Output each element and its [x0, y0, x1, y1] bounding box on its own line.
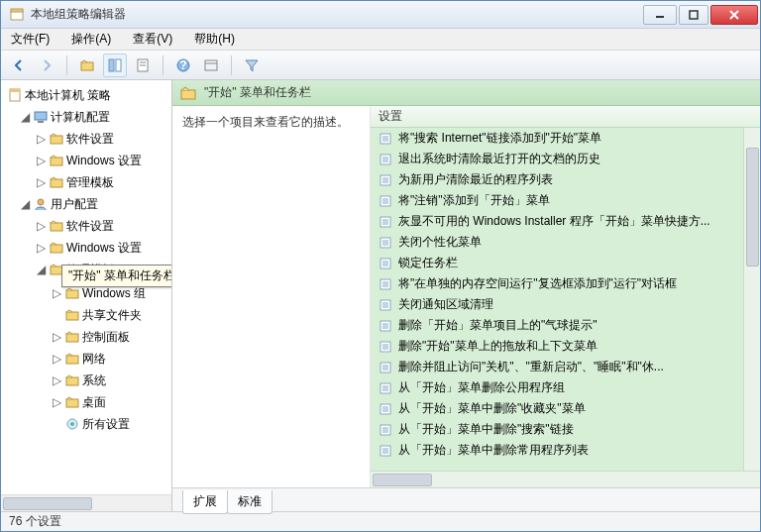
- settings-row[interactable]: 删除「开始」菜单项目上的"气球提示": [371, 315, 760, 336]
- expand-icon[interactable]: ▷: [35, 238, 47, 258]
- folder-icon: [64, 329, 80, 345]
- settings-row[interactable]: 从「开始」菜单删除公用程序组: [371, 377, 760, 398]
- collapse-icon[interactable]: ◢: [19, 107, 31, 127]
- svg-rect-30: [66, 399, 78, 407]
- settings-row[interactable]: 将"注销"添加到「开始」菜单: [371, 190, 760, 211]
- minimize-button[interactable]: [643, 5, 677, 25]
- policy-icon: [379, 173, 392, 187]
- scrollbar-thumb[interactable]: [373, 474, 432, 486]
- settings-row[interactable]: 从「开始」菜单中删除常用程序列表: [371, 440, 760, 461]
- policy-icon: [379, 215, 392, 229]
- tree-system[interactable]: ▷ 系统: [49, 370, 171, 391]
- expand-icon[interactable]: ▷: [51, 371, 62, 390]
- policy-icon: [379, 153, 392, 166]
- settings-row[interactable]: 关闭个性化菜单: [371, 232, 760, 253]
- expand-icon[interactable]: ▷: [35, 172, 47, 192]
- tree-windows-settings[interactable]: ▷ Windows 设置: [33, 237, 171, 259]
- help-button[interactable]: ?: [171, 53, 195, 77]
- svg-rect-1: [11, 9, 23, 12]
- expand-icon[interactable]: ▷: [35, 216, 47, 236]
- svg-rect-19: [51, 158, 62, 165]
- tree-software[interactable]: ▷ 软件设置: [33, 128, 171, 150]
- scrollbar-thumb[interactable]: [3, 497, 92, 510]
- tree-control-panel[interactable]: ▷ 控制面板: [49, 326, 171, 348]
- description-panel: 选择一个项目来查看它的描述。: [172, 106, 371, 487]
- expand-icon[interactable]: ▷: [51, 349, 62, 369]
- settings-row-label: 从「开始」菜单中删除常用程序列表: [398, 442, 589, 459]
- document-icon: [7, 87, 23, 103]
- settings-row[interactable]: 删除"开始"菜单上的拖放和上下文菜单: [371, 336, 760, 357]
- settings-row[interactable]: 从「开始」菜单中删除"收藏夹"菜单: [371, 398, 760, 419]
- collapse-icon[interactable]: ◢: [19, 194, 31, 214]
- settings-row[interactable]: 从「开始」菜单中删除"搜索"链接: [371, 419, 760, 440]
- filter-button[interactable]: [240, 53, 264, 77]
- policy-icon: [379, 319, 392, 333]
- tree-admin-templates[interactable]: ▷ 管理模板: [33, 171, 171, 193]
- folder-up-button[interactable]: [75, 53, 99, 77]
- show-tree-button[interactable]: [103, 53, 127, 77]
- settings-row-label: 删除「开始」菜单项目上的"气球提示": [398, 317, 598, 334]
- status-text: 76 个设置: [9, 513, 61, 530]
- expand-icon[interactable]: ▷: [51, 327, 62, 347]
- policy-icon: [379, 298, 392, 312]
- menu-help[interactable]: 帮助(H): [188, 29, 241, 50]
- settings-row[interactable]: 为新用户清除最近的程序列表: [371, 169, 760, 190]
- svg-rect-20: [51, 179, 62, 187]
- options-button[interactable]: [199, 53, 223, 77]
- properties-button[interactable]: [131, 53, 155, 77]
- user-icon: [33, 196, 49, 212]
- menu-action[interactable]: 操作(A): [65, 29, 117, 50]
- toolbar: ?: [1, 51, 760, 80]
- folder-icon: [49, 153, 64, 168]
- tree-windows-settings[interactable]: ▷ Windows 设置: [33, 150, 171, 171]
- settings-horizontal-scrollbar[interactable]: [371, 471, 760, 487]
- menubar: 文件(F) 操作(A) 查看(V) 帮助(H): [1, 29, 760, 51]
- settings-row[interactable]: 退出系统时清除最近打开的文档的历史: [371, 149, 760, 169]
- maximize-button[interactable]: [679, 5, 708, 25]
- window-buttons: [641, 5, 758, 25]
- forward-button[interactable]: [35, 53, 58, 77]
- menu-view[interactable]: 查看(V): [127, 29, 178, 50]
- svg-rect-16: [35, 112, 47, 120]
- column-label: 设置: [379, 108, 402, 125]
- collapse-icon[interactable]: ◢: [35, 260, 47, 279]
- policy-icon: [379, 257, 392, 270]
- tree-user-config[interactable]: ◢ 用户配置: [17, 193, 171, 215]
- tab-label: 标准: [238, 494, 262, 508]
- settings-row[interactable]: 将"搜索 Internet"链接添加到"开始"菜单: [371, 128, 760, 149]
- folder-icon: [49, 240, 64, 256]
- tab-standard[interactable]: 标准: [227, 490, 272, 514]
- tree-all-settings[interactable]: 所有设置: [49, 413, 171, 435]
- close-button[interactable]: [710, 5, 758, 25]
- status-bar: 76 个设置: [1, 511, 760, 531]
- settings-row[interactable]: 将"在单独的内存空间运行"复选框添加到"运行"对话框: [371, 273, 760, 294]
- expand-icon[interactable]: ▷: [35, 151, 47, 170]
- scrollbar-thumb[interactable]: [746, 148, 759, 266]
- tree-label: 网络: [82, 349, 106, 369]
- expand-icon[interactable]: ▷: [35, 129, 47, 149]
- tree-software[interactable]: ▷ 软件设置: [33, 215, 171, 237]
- svg-rect-3: [690, 11, 698, 19]
- settings-row[interactable]: 锁定任务栏: [371, 253, 760, 273]
- tree-desktop[interactable]: ▷ 桌面: [49, 391, 171, 413]
- expand-icon[interactable]: ▷: [51, 392, 62, 412]
- settings-row[interactable]: 关闭通知区域清理: [371, 294, 760, 315]
- settings-row-label: 删除"开始"菜单上的拖放和上下文菜单: [398, 338, 598, 355]
- policy-icon: [379, 381, 392, 395]
- settings-row-label: 从「开始」菜单中删除"收藏夹"菜单: [398, 400, 586, 417]
- settings-column-header[interactable]: 设置: [371, 106, 760, 128]
- settings-row[interactable]: 灰显不可用的 Windows Installer 程序「开始」菜单快捷方...: [371, 211, 760, 232]
- tab-extended[interactable]: 扩展: [182, 490, 228, 514]
- settings-row-label: 关闭通知区域清理: [398, 296, 493, 313]
- tree-shared-folders[interactable]: 共享文件夹: [49, 304, 171, 326]
- menu-file[interactable]: 文件(F): [5, 29, 55, 50]
- svg-rect-27: [66, 334, 78, 342]
- tree-horizontal-scrollbar[interactable]: [1, 494, 171, 511]
- svg-rect-28: [66, 356, 78, 364]
- back-button[interactable]: [7, 53, 31, 77]
- tree-root[interactable]: 本地计算机 策略: [5, 84, 171, 106]
- tree-computer-config[interactable]: ◢ 计算机配置: [17, 106, 171, 128]
- tree-network[interactable]: ▷ 网络: [49, 348, 171, 370]
- settings-vertical-scrollbar[interactable]: [743, 128, 760, 471]
- settings-row[interactable]: 删除并阻止访问"关机"、"重新启动"、"睡眠"和"休...: [371, 357, 760, 377]
